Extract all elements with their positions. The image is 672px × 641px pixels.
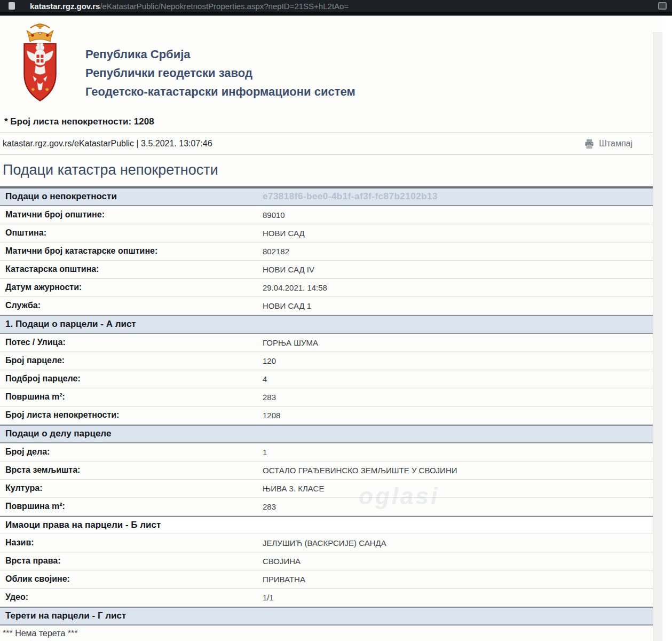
row-value: ЊИВА 3. КЛАСЕ <box>263 484 324 493</box>
row-value: ЈЕЛУШИЋ (ВАСКРСИЈЕ) САНДА <box>263 538 386 548</box>
row-label: Назив: <box>0 538 263 548</box>
table-row: Датум ажурности: 29.04.2021. 14:58 <box>0 279 662 297</box>
section-header-label: Подаци о делу парцеле <box>5 428 263 439</box>
row-value: СВОЈИНА <box>263 557 301 566</box>
table-row: Општина: НОВИ САД <box>0 224 662 243</box>
row-value: 283 <box>263 393 276 402</box>
row-label: Површина m²: <box>0 392 263 402</box>
section-rights-holders-b-list: Имаоци права на парцели - Б лист Назив: … <box>0 516 662 607</box>
table-row: Потес / Улица: ГОРЊА ШУМА <box>0 334 662 352</box>
row-label: Удео: <box>0 592 263 602</box>
row-value: 4 <box>263 374 267 384</box>
row-label: Матични број катастарске општине: <box>0 246 263 256</box>
cadastre-table: oglasi Подаци о непокретности e73818f6-b… <box>0 186 662 641</box>
serbia-coat-of-arms-icon <box>18 24 62 105</box>
row-value: ГОРЊА ШУМА <box>263 338 318 347</box>
masthead: Република Србија Републички геодетски за… <box>0 16 662 114</box>
table-row: Површина m²: 283 <box>0 498 662 516</box>
url-path: /eKatastarPublic/NepokretnostProperties.… <box>100 2 349 11</box>
table-row: Катастарска општина: НОВИ САД IV <box>0 261 662 279</box>
row-value: НОВИ САД 1 <box>263 301 311 310</box>
row-value: НОВИ САД IV <box>263 265 314 274</box>
browser-bar-divider <box>0 12 672 16</box>
row-label: Општина: <box>0 228 263 238</box>
table-row: Матични број катастарске општине: 802182 <box>0 243 662 261</box>
table-row: Назив: ЈЕЛУШИЋ (ВАСКРСИЈЕ) САНДА <box>0 534 662 552</box>
section-encumbrances-g-list: Терети на парцели - Г лист *** Нема тере… <box>0 607 662 641</box>
row-value: НОВИ САД <box>263 229 305 238</box>
row-label: Катастарска општина: <box>0 264 263 274</box>
section-parcel-part: Подаци о делу парцеле Број дела: 1 Врста… <box>0 425 662 516</box>
row-label: Служба: <box>0 301 263 310</box>
url-domain: katastar.rgz.gov.rs <box>30 2 100 11</box>
section-property-data: Подаци о непокретности e73818f6-bee0-4b1… <box>0 187 662 315</box>
row-value: 1208 <box>263 411 280 420</box>
masthead-line-agency: Републички геодетски завод <box>85 64 355 82</box>
section-header: 1. Подаци о парцели - А лист <box>0 316 662 334</box>
section-header: Терети на парцели - Г лист <box>0 608 662 626</box>
source-timestamp: katastar.rgz.gov.rs/eKatastarPublic | 3.… <box>3 139 212 148</box>
sheet-number-line: * Број листа непокретности: 1208 <box>0 114 662 133</box>
browser-action-icon[interactable] <box>658 2 667 10</box>
page-title: Подаци катастра непокретности <box>0 155 662 186</box>
table-row: Површина m²: 283 <box>0 388 662 407</box>
table-row: Служба: НОВИ САД 1 <box>0 297 662 315</box>
row-value: ОСТАЛО ГРАЂЕВИНСКО ЗЕМЉИШТЕ У СВОЈИНИ <box>263 466 457 475</box>
section-header-label: Имаоци права на парцели - Б лист <box>5 520 263 530</box>
ekatastar-page: Република Србија Републички геодетски за… <box>0 16 662 641</box>
table-row: Врста права: СВОЈИНА <box>0 552 662 570</box>
row-label: Број листа непокретности: <box>0 410 263 420</box>
source-row: katastar.rgz.gov.rs/eKatastarPublic | 3.… <box>0 133 662 155</box>
section-header-label: Терети на парцели - Г лист <box>5 611 263 621</box>
table-row: Број листа непокретности: 1208 <box>0 407 662 425</box>
section-parcel-a-list: 1. Подаци о парцели - А лист Потес / Ули… <box>0 315 662 425</box>
printer-icon <box>584 138 595 149</box>
section-header: Подаци о непокретности e73818f6-bee0-4b1… <box>0 189 662 206</box>
row-label: Површина m²: <box>0 502 263 511</box>
row-label: Број парцеле: <box>0 356 263 365</box>
url-text[interactable]: katastar.rgz.gov.rs/eKatastarPublic/Nepo… <box>30 2 349 11</box>
row-label: Број дела: <box>0 447 263 457</box>
browser-url-bar[interactable]: katastar.rgz.gov.rs/eKatastarPublic/Nepo… <box>0 0 672 12</box>
table-row: Подброј парцеле: 4 <box>0 370 662 388</box>
table-row: Врста земљишта: ОСТАЛО ГРАЂЕВИНСКО ЗЕМЉИ… <box>0 462 662 480</box>
table-row: Култура: ЊИВА 3. КЛАСЕ <box>0 480 662 498</box>
row-label: Врста земљишта: <box>0 465 263 475</box>
section-header: Имаоци права на парцели - Б лист <box>0 517 662 534</box>
table-row: Број дела: 1 <box>0 443 662 462</box>
row-value: 1 <box>263 448 267 457</box>
masthead-titles: Република Србија Републички геодетски за… <box>85 24 355 105</box>
scrollbar-gutter[interactable] <box>653 32 662 641</box>
row-label: Облик својине: <box>0 574 263 584</box>
no-encumbrances-note: *** Нема терета *** <box>0 626 662 641</box>
print-button[interactable]: Штампај <box>584 138 658 149</box>
section-header-label: 1. Подаци о парцели - А лист <box>5 319 263 330</box>
row-value: ПРИВАТНА <box>263 575 305 584</box>
print-label: Штампај <box>599 139 633 148</box>
table-row: Облик својине: ПРИВАТНА <box>0 570 662 589</box>
table-row: Удео: 1/1 <box>0 589 662 607</box>
row-label: Подброј парцеле: <box>0 374 263 384</box>
row-label: Датум ажурности: <box>0 283 263 292</box>
page-icon <box>9 2 15 10</box>
row-value: 1/1 <box>263 593 274 602</box>
row-label: Потес / Улица: <box>0 338 263 347</box>
row-value: 89010 <box>263 210 285 220</box>
property-guid: e73818f6-bee0-4b1f-af3f-fc87b2102b13 <box>263 191 438 202</box>
row-value: 29.04.2021. 14:58 <box>263 283 327 292</box>
section-header: Подаци о делу парцеле <box>0 426 662 443</box>
row-value: 802182 <box>263 247 289 256</box>
row-value: 120 <box>263 356 276 365</box>
masthead-line-country: Република Србија <box>85 45 355 64</box>
section-header-label: Подаци о непокретности <box>5 191 263 202</box>
row-value: 283 <box>263 502 276 511</box>
row-label: Култура: <box>0 483 263 493</box>
masthead-line-system: Геодетско-катастарски информациони систе… <box>85 82 355 101</box>
table-row: Број парцеле: 120 <box>0 352 662 370</box>
table-row: Матични број општине: 89010 <box>0 206 662 224</box>
row-label: Матични број општине: <box>0 210 263 220</box>
row-label: Врста права: <box>0 556 263 566</box>
